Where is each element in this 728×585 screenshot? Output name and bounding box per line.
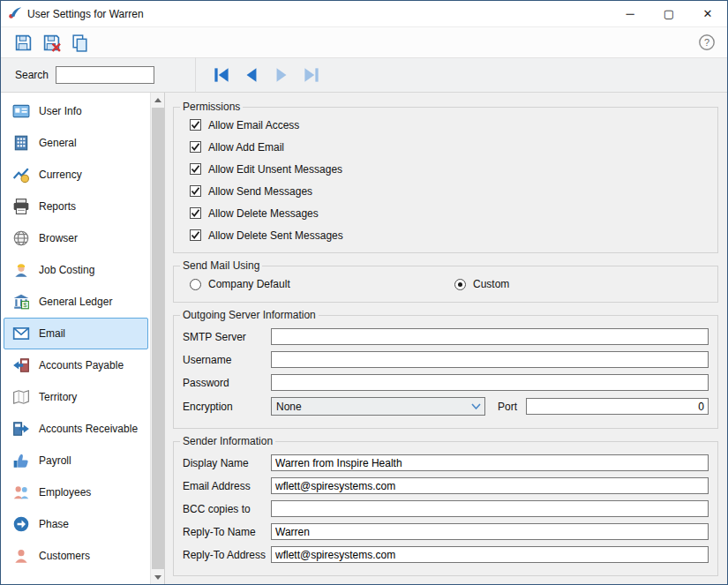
sidebar-item-label: Job Costing [39, 264, 94, 276]
scroll-up-icon[interactable] [151, 93, 164, 107]
checkbox-label: Allow Add Email [208, 141, 284, 154]
email-address-input[interactable] [271, 477, 709, 494]
display-name-row: Display Name [183, 454, 709, 471]
phase-icon [11, 514, 31, 534]
window-title: User Settings for Warren [27, 8, 611, 20]
sidebar-item-general[interactable]: General [4, 127, 148, 159]
sidebar-item-payroll[interactable]: Payroll [4, 445, 148, 476]
reply-to-address-row: Reply-To Address [183, 546, 709, 563]
record-nav-group [196, 64, 323, 86]
allow-delete-messages-checkbox[interactable] [190, 207, 201, 219]
next-record-icon[interactable] [270, 64, 293, 86]
sidebar-item-label: Currency [39, 169, 82, 181]
sidebar-item-customers[interactable]: Customers [4, 540, 148, 572]
reply-to-address-input[interactable] [271, 546, 709, 563]
reply-to-name-label: Reply-To Name [183, 526, 271, 538]
scrollbar-thumb[interactable] [152, 108, 164, 569]
save-icon[interactable] [13, 33, 33, 52]
worker-icon [11, 260, 31, 280]
svg-text:?: ? [704, 37, 709, 48]
reply-to-name-row: Reply-To Name [183, 523, 709, 540]
company-default-option[interactable]: Company Default [190, 278, 454, 290]
sidebar-item-phase[interactable]: Phase [4, 508, 148, 540]
employees-icon [11, 483, 31, 502]
custom-radio[interactable] [454, 279, 466, 290]
bcc-copies-input[interactable] [271, 500, 709, 517]
password-input[interactable] [271, 374, 709, 391]
sidebar-item-reports[interactable]: Reports [4, 191, 148, 222]
map-icon [11, 387, 31, 407]
sidebar-item-label: Accounts Payable [39, 359, 124, 371]
custom-option[interactable]: Custom [454, 278, 509, 290]
customer-icon [11, 546, 31, 566]
allow-add-email-row: Allow Add Email [190, 136, 709, 158]
close-button[interactable]: ✕ [688, 1, 727, 27]
allow-send-messages-row: Allow Send Messages [190, 180, 709, 202]
checkbox-label: Allow Edit Unsent Messages [208, 163, 342, 176]
encryption-label: Encryption [183, 401, 271, 413]
sidebar-item-label: Phase [39, 518, 69, 530]
allow-delete-messages-row: Allow Delete Messages [190, 202, 709, 224]
password-row: Password [183, 374, 709, 391]
sidebar-item-job-costing[interactable]: Job Costing [4, 254, 148, 286]
display-name-input[interactable] [271, 454, 709, 471]
email-settings-panel: Permissions Allow Email Access Allow Add… [165, 93, 727, 584]
sidebar-item-accounts-payable[interactable]: Accounts Payable [4, 349, 148, 381]
sidebar-item-email[interactable]: Email [4, 318, 148, 349]
payroll-icon [11, 451, 31, 470]
company-default-radio[interactable] [190, 279, 201, 290]
allow-email-access-checkbox[interactable] [190, 119, 201, 131]
username-input[interactable] [271, 351, 709, 368]
checkbox-label: Allow Delete Messages [208, 207, 319, 220]
app-icon [8, 5, 22, 23]
allow-add-email-checkbox[interactable] [190, 141, 201, 153]
email-address-label: Email Address [183, 480, 271, 492]
copy-icon[interactable] [70, 33, 89, 52]
first-record-icon[interactable] [210, 64, 233, 86]
sidebar-item-accounts-receivable[interactable]: Accounts Receivable [4, 413, 148, 445]
sidebar-item-currency[interactable]: Currency [4, 159, 148, 191]
sidebar-item-label: Customers [39, 550, 90, 562]
allow-delete-sent-checkbox[interactable] [190, 229, 201, 241]
sidebar-item-employees[interactable]: Employees [4, 476, 148, 508]
sidebar-item-browser[interactable]: Browser [4, 222, 148, 254]
allow-send-messages-checkbox[interactable] [190, 185, 201, 197]
help-icon[interactable]: ? [697, 33, 717, 52]
chevron-down-icon [467, 403, 484, 409]
checkbox-label: Allow Delete Sent Messages [208, 229, 343, 242]
permissions-group: Permissions Allow Email Access Allow Add… [173, 101, 718, 253]
scroll-down-icon[interactable] [151, 570, 164, 584]
minimize-button[interactable]: ─ [611, 1, 649, 27]
encryption-selected-value: None [276, 401, 302, 413]
reply-to-name-input[interactable] [271, 523, 709, 540]
allow-edit-unsent-checkbox[interactable] [190, 163, 201, 175]
sidebar-item-label: User Info [39, 105, 82, 117]
sidebar-item-general-ledger[interactable]: $ General Ledger [4, 286, 148, 318]
receivable-icon [11, 419, 31, 439]
sidebar-item-user-info[interactable]: User Info [4, 95, 148, 127]
maximize-button[interactable]: ▢ [649, 1, 688, 27]
previous-record-icon[interactable] [240, 64, 263, 86]
sidebar-item-territory[interactable]: Territory [4, 381, 148, 413]
username-label: Username [183, 354, 271, 366]
id-card-icon [11, 101, 31, 121]
password-label: Password [183, 377, 271, 389]
checkbox-label: Allow Email Access [208, 119, 299, 131]
sidebar-item-label: Territory [39, 391, 77, 403]
save-delete-icon[interactable] [41, 33, 61, 52]
port-input[interactable] [526, 398, 709, 415]
send-mail-using-title: Send Mail Using [180, 259, 262, 272]
sidebar-item-label: Browser [39, 232, 78, 244]
sidebar-scrollbar[interactable] [150, 93, 164, 584]
port-label: Port [485, 401, 526, 413]
envelope-icon [11, 324, 31, 343]
settings-sidebar: User Info General Currency Reports Brows… [1, 93, 165, 584]
smtp-server-input[interactable] [271, 328, 709, 345]
last-record-icon[interactable] [300, 64, 323, 86]
toolbar: ? [1, 27, 727, 57]
sidebar-item-label: General Ledger [39, 296, 112, 308]
encryption-dropdown[interactable]: None [271, 397, 485, 416]
username-row: Username [183, 351, 709, 368]
permissions-group-title: Permissions [180, 101, 243, 113]
search-input[interactable] [56, 66, 154, 84]
